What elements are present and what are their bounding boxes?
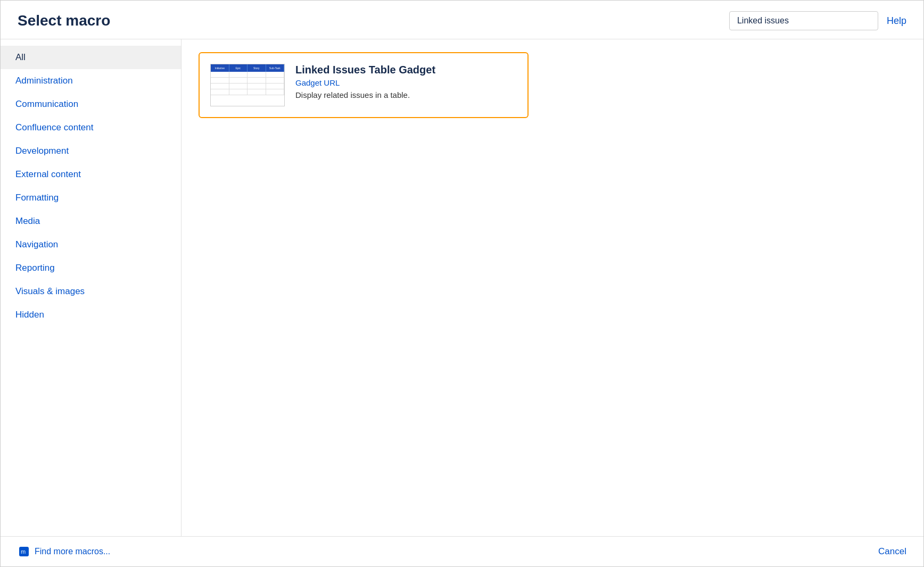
macro-description: Display related issues in a table. <box>295 90 517 99</box>
sidebar-item-navigation[interactable]: Navigation <box>1 233 181 256</box>
sidebar-item-administration[interactable]: Administration <box>1 69 181 93</box>
select-macro-dialog: Select macro Help AllAdministrationCommu… <box>1 1 923 566</box>
cancel-button[interactable]: Cancel <box>878 546 906 557</box>
macro-thumbnail: Initiative Epic Story Sub-Task <box>210 64 285 106</box>
marketplace-icon: m <box>18 545 30 558</box>
help-link[interactable]: Help <box>887 15 906 27</box>
main-content: Initiative Epic Story Sub-Task Linked Is… <box>182 39 923 536</box>
dialog-body: AllAdministrationCommunicationConfluence… <box>1 39 923 536</box>
sidebar-item-formatting[interactable]: Formatting <box>1 186 181 210</box>
search-input[interactable] <box>729 11 878 30</box>
macro-gadget-url-link[interactable]: Gadget URL <box>295 78 517 87</box>
sidebar-item-communication[interactable]: Communication <box>1 93 181 116</box>
thumb-col-epic: Epic <box>229 64 248 72</box>
sidebar-item-development[interactable]: Development <box>1 139 181 163</box>
sidebar-item-all[interactable]: All <box>1 46 181 69</box>
dialog-title: Select macro <box>18 12 110 29</box>
thumb-col-initiative: Initiative <box>211 64 229 72</box>
sidebar-item-external-content[interactable]: External content <box>1 163 181 186</box>
sidebar-item-hidden[interactable]: Hidden <box>1 303 181 327</box>
sidebar-item-confluence-content[interactable]: Confluence content <box>1 116 181 139</box>
macro-info: Linked Issues Table Gadget Gadget URL Di… <box>295 64 517 99</box>
macro-card-linked-issues[interactable]: Initiative Epic Story Sub-Task Linked Is… <box>199 52 529 118</box>
thumb-col-story: Story <box>248 64 266 72</box>
thumb-col-subtask: Sub-Task <box>266 64 285 72</box>
sidebar-item-visuals-images[interactable]: Visuals & images <box>1 280 181 303</box>
dialog-footer: m Find more macros... Cancel <box>1 536 923 566</box>
macro-title: Linked Issues Table Gadget <box>295 64 517 76</box>
sidebar: AllAdministrationCommunicationConfluence… <box>1 39 182 536</box>
dialog-header: Select macro Help <box>1 1 923 39</box>
sidebar-item-media[interactable]: Media <box>1 210 181 233</box>
header-right: Help <box>729 11 906 30</box>
find-more-macros-link[interactable]: m Find more macros... <box>18 545 110 558</box>
svg-text:m: m <box>21 548 26 555</box>
find-more-label: Find more macros... <box>35 547 110 556</box>
sidebar-item-reporting[interactable]: Reporting <box>1 256 181 280</box>
